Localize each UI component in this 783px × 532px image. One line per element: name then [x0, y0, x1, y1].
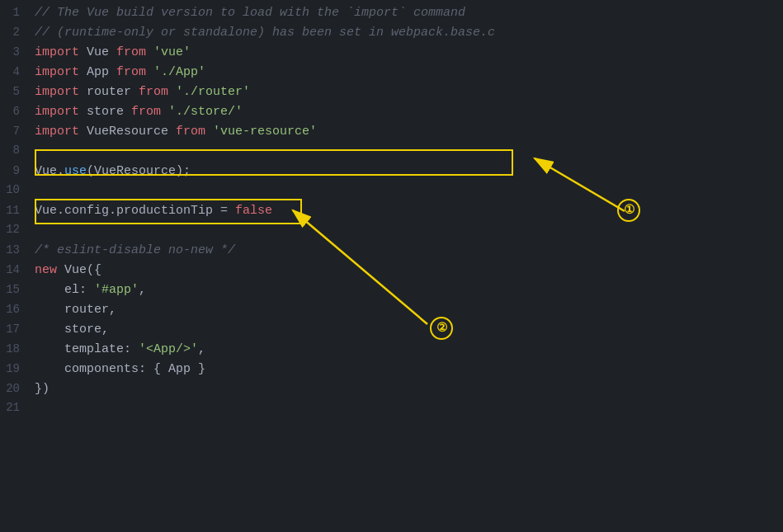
code-line-13: 13/* eslint-disable no-new */ — [0, 241, 783, 261]
token-kw-from: from — [116, 65, 146, 79]
token-id-normal — [228, 204, 235, 218]
token-id-normal: Vue. — [35, 164, 64, 178]
line-content-7: import VueResource from 'vue-resource' — [31, 122, 783, 141]
token-id-normal: Vue({ — [57, 263, 101, 277]
token-kw-from: from — [116, 45, 146, 59]
code-line-11: 11Vue.config.productionTip = false — [0, 201, 783, 221]
token-kw-import: import — [35, 65, 79, 79]
token-str-green: './store/' — [168, 105, 243, 119]
token-id-normal: template: — [35, 342, 139, 356]
token-id-normal: Vue.config.productionTip — [35, 204, 220, 218]
line-content-19: components: { App } — [31, 360, 783, 379]
code-line-7: 7import VueResource from 'vue-resource' — [0, 122, 783, 142]
line-number-12: 12 — [0, 221, 31, 239]
code-line-17: 17 store, — [0, 320, 783, 340]
line-number-1: 1 — [0, 4, 31, 22]
line-content-15: el: '#app', — [31, 280, 783, 299]
line-number-21: 21 — [0, 399, 31, 417]
line-number-4: 4 — [0, 64, 31, 82]
code-line-10: 10 — [0, 181, 783, 201]
token-id-normal: el: — [35, 283, 94, 297]
code-line-1: 1// The Vue build version to load with t… — [0, 3, 783, 23]
token-str-green: 'vue-resource' — [213, 125, 317, 139]
token-id-normal: , — [139, 283, 146, 297]
token-str-green: '<App/>' — [139, 342, 198, 356]
token-id-normal — [168, 85, 176, 99]
token-id-normal: store, — [35, 322, 109, 337]
code-line-4: 4import App from './App' — [0, 63, 783, 82]
code-line-15: 15 el: '#app', — [0, 280, 783, 300]
line-number-2: 2 — [0, 24, 31, 42]
line-content-2: // (runtime-only or standalone) has been… — [31, 23, 783, 42]
token-str-green: './App' — [153, 65, 205, 79]
line-number-13: 13 — [0, 242, 31, 260]
token-id-normal — [146, 65, 153, 79]
token-kw-import: import — [35, 45, 79, 59]
token-str-green: '#app' — [94, 283, 139, 297]
line-number-17: 17 — [0, 321, 31, 339]
token-kw-from: from — [176, 125, 205, 139]
token-id-normal — [146, 45, 153, 59]
token-id-normal: router, — [35, 303, 116, 317]
code-line-2: 2// (runtime-only or standalone) has bee… — [0, 23, 783, 43]
token-id-normal: store — [79, 105, 131, 119]
code-line-12: 12 — [0, 221, 783, 241]
code-editor: 1// The Vue build version to load with t… — [0, 0, 783, 422]
token-id-normal — [205, 125, 213, 139]
line-number-9: 9 — [0, 162, 31, 181]
token-kw-from: from — [131, 105, 161, 119]
line-content-20: }) — [31, 379, 783, 398]
line-number-10: 10 — [0, 181, 31, 200]
line-number-20: 20 — [0, 380, 31, 398]
code-line-20: 20}) — [0, 379, 783, 399]
token-kw-import: import — [35, 125, 79, 139]
token-kw-import: import — [35, 85, 79, 99]
line-number-19: 19 — [0, 360, 31, 379]
line-number-3: 3 — [0, 44, 31, 62]
line-number-7: 7 — [0, 123, 31, 141]
token-str-green: 'vue' — [153, 45, 191, 59]
token-id-normal: App — [79, 65, 116, 79]
code-line-6: 6import store from './store/' — [0, 102, 783, 122]
token-punct: = — [220, 204, 228, 218]
code-line-3: 3import Vue from 'vue' — [0, 43, 783, 63]
line-content-9: Vue.use(VueResource); — [31, 162, 783, 181]
line-content-14: new Vue({ — [31, 261, 783, 280]
token-comment: // (runtime-only or standalone) has been… — [35, 26, 495, 40]
line-content-18: template: '<App/>', — [31, 340, 783, 359]
line-content-17: store, — [31, 320, 783, 339]
token-id-normal — [161, 105, 168, 119]
line-content-16: router, — [31, 300, 783, 319]
token-comment: /* eslint-disable no-new */ — [35, 243, 235, 257]
token-id-normal: Vue — [79, 45, 116, 59]
line-content-3: import Vue from 'vue' — [31, 43, 783, 62]
token-id-normal: (VueResource); — [87, 164, 191, 178]
line-content-13: /* eslint-disable no-new */ — [31, 241, 783, 260]
line-number-5: 5 — [0, 83, 31, 101]
line-content-4: import App from './App' — [31, 63, 783, 82]
code-line-5: 5import router from './router' — [0, 82, 783, 102]
line-content-1: // The Vue build version to load with th… — [31, 3, 783, 22]
token-id-normal: }) — [35, 382, 50, 396]
line-number-14: 14 — [0, 261, 31, 280]
code-line-21: 21 — [0, 399, 783, 419]
code-line-16: 16 router, — [0, 300, 783, 320]
token-kw-import: new — [35, 263, 57, 277]
code-line-14: 14new Vue({ — [0, 261, 783, 280]
token-id-normal: router — [79, 85, 139, 99]
token-kw-import: import — [35, 105, 79, 119]
token-kw-import: false — [235, 204, 272, 218]
line-number-18: 18 — [0, 341, 31, 359]
line-number-6: 6 — [0, 103, 31, 121]
line-number-16: 16 — [0, 301, 31, 319]
line-number-11: 11 — [0, 202, 31, 220]
code-line-19: 19 components: { App } — [0, 360, 783, 379]
token-id-blue: use — [64, 164, 87, 178]
code-line-8: 8 — [0, 142, 783, 162]
line-number-15: 15 — [0, 281, 31, 299]
line-content-11: Vue.config.productionTip = false — [31, 201, 783, 220]
token-comment: // The Vue build version to load with th… — [35, 6, 465, 20]
token-str-green: './router' — [176, 85, 250, 99]
line-number-8: 8 — [0, 142, 31, 160]
token-id-normal: , — [198, 342, 205, 356]
